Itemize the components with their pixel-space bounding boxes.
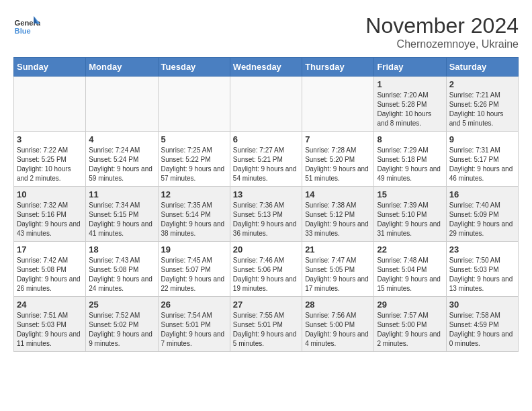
day-info: Sunrise: 7:45 AM Sunset: 5:07 PM Dayligh… xyxy=(161,256,227,293)
svg-text:Blue: Blue xyxy=(15,27,31,35)
calendar-cell: 29Sunrise: 7:57 AM Sunset: 5:00 PM Dayli… xyxy=(374,297,446,352)
day-number: 6 xyxy=(233,134,299,144)
calendar-cell: 1Sunrise: 7:20 AM Sunset: 5:28 PM Daylig… xyxy=(374,77,446,132)
calendar-cell: 4Sunrise: 7:24 AM Sunset: 5:24 PM Daylig… xyxy=(86,132,158,187)
day-info: Sunrise: 7:57 AM Sunset: 5:00 PM Dayligh… xyxy=(377,311,443,349)
day-info: Sunrise: 7:21 AM Sunset: 5:26 PM Dayligh… xyxy=(449,91,515,128)
day-number: 5 xyxy=(161,134,227,144)
month-title: November 2024 xyxy=(365,13,519,38)
day-info: Sunrise: 7:52 AM Sunset: 5:02 PM Dayligh… xyxy=(89,311,154,349)
calendar-cell: 11Sunrise: 7:34 AM Sunset: 5:15 PM Dayli… xyxy=(86,187,158,242)
calendar-cell: 8Sunrise: 7:29 AM Sunset: 5:18 PM Daylig… xyxy=(374,132,446,187)
calendar-cell: 22Sunrise: 7:48 AM Sunset: 5:04 PM Dayli… xyxy=(374,242,446,297)
calendar-cell: 10Sunrise: 7:32 AM Sunset: 5:16 PM Dayli… xyxy=(14,187,86,242)
calendar-cell: 2Sunrise: 7:21 AM Sunset: 5:26 PM Daylig… xyxy=(446,77,518,132)
calendar-cell: 24Sunrise: 7:51 AM Sunset: 5:03 PM Dayli… xyxy=(14,297,86,352)
day-info: Sunrise: 7:34 AM Sunset: 5:15 PM Dayligh… xyxy=(89,201,154,238)
day-number: 19 xyxy=(161,244,227,255)
day-number: 9 xyxy=(449,134,515,144)
calendar-table: SundayMondayTuesdayWednesdayThursdayFrid… xyxy=(13,57,519,352)
calendar-cell xyxy=(158,77,230,132)
calendar-cell: 9Sunrise: 7:31 AM Sunset: 5:17 PM Daylig… xyxy=(446,132,518,187)
day-info: Sunrise: 7:39 AM Sunset: 5:10 PM Dayligh… xyxy=(377,201,443,238)
day-info: Sunrise: 7:46 AM Sunset: 5:06 PM Dayligh… xyxy=(233,256,299,293)
logo: General Blue xyxy=(13,13,43,40)
day-number: 27 xyxy=(233,300,299,310)
location-subtitle: Chernozemnoye, Ukraine xyxy=(365,38,519,50)
day-number: 8 xyxy=(377,134,443,144)
calendar-cell: 7Sunrise: 7:28 AM Sunset: 5:20 PM Daylig… xyxy=(302,132,374,187)
day-info: Sunrise: 7:48 AM Sunset: 5:04 PM Dayligh… xyxy=(377,256,443,293)
day-number: 13 xyxy=(233,189,299,199)
calendar-cell: 27Sunrise: 7:55 AM Sunset: 5:01 PM Dayli… xyxy=(230,297,302,352)
day-number: 24 xyxy=(17,300,83,310)
calendar-cell: 25Sunrise: 7:52 AM Sunset: 5:02 PM Dayli… xyxy=(86,297,158,352)
day-number: 26 xyxy=(161,300,227,310)
calendar-cell: 5Sunrise: 7:25 AM Sunset: 5:22 PM Daylig… xyxy=(158,132,230,187)
day-info: Sunrise: 7:25 AM Sunset: 5:22 PM Dayligh… xyxy=(161,146,227,183)
title-block: November 2024 Chernozemnoye, Ukraine xyxy=(365,13,519,50)
day-of-week-header: Friday xyxy=(374,58,446,77)
day-number: 23 xyxy=(449,244,515,255)
day-info: Sunrise: 7:42 AM Sunset: 5:08 PM Dayligh… xyxy=(17,256,83,293)
day-info: Sunrise: 7:29 AM Sunset: 5:18 PM Dayligh… xyxy=(377,146,443,183)
day-info: Sunrise: 7:40 AM Sunset: 5:09 PM Dayligh… xyxy=(449,201,515,238)
calendar-cell: 13Sunrise: 7:36 AM Sunset: 5:13 PM Dayli… xyxy=(230,187,302,242)
calendar-cell: 26Sunrise: 7:54 AM Sunset: 5:01 PM Dayli… xyxy=(158,297,230,352)
calendar-cell: 14Sunrise: 7:38 AM Sunset: 5:12 PM Dayli… xyxy=(302,187,374,242)
day-info: Sunrise: 7:56 AM Sunset: 5:00 PM Dayligh… xyxy=(305,311,371,349)
day-of-week-header: Saturday xyxy=(446,58,518,77)
calendar-cell: 28Sunrise: 7:56 AM Sunset: 5:00 PM Dayli… xyxy=(302,297,374,352)
day-number: 29 xyxy=(377,300,443,310)
day-of-week-header: Monday xyxy=(86,58,158,77)
day-number: 15 xyxy=(377,189,443,199)
day-info: Sunrise: 7:54 AM Sunset: 5:01 PM Dayligh… xyxy=(161,311,227,349)
day-number: 30 xyxy=(449,300,515,310)
day-of-week-header: Tuesday xyxy=(158,58,230,77)
day-info: Sunrise: 7:22 AM Sunset: 5:25 PM Dayligh… xyxy=(17,146,83,183)
day-info: Sunrise: 7:51 AM Sunset: 5:03 PM Dayligh… xyxy=(17,311,83,349)
calendar-cell: 20Sunrise: 7:46 AM Sunset: 5:06 PM Dayli… xyxy=(230,242,302,297)
day-info: Sunrise: 7:32 AM Sunset: 5:16 PM Dayligh… xyxy=(17,201,83,238)
day-number: 12 xyxy=(161,189,227,199)
calendar-cell xyxy=(86,77,158,132)
day-number: 25 xyxy=(89,300,154,310)
day-info: Sunrise: 7:27 AM Sunset: 5:21 PM Dayligh… xyxy=(233,146,299,183)
calendar-cell: 15Sunrise: 7:39 AM Sunset: 5:10 PM Dayli… xyxy=(374,187,446,242)
day-number: 17 xyxy=(17,244,83,255)
day-info: Sunrise: 7:36 AM Sunset: 5:13 PM Dayligh… xyxy=(233,201,299,238)
day-info: Sunrise: 7:24 AM Sunset: 5:24 PM Dayligh… xyxy=(89,146,154,183)
day-number: 11 xyxy=(89,189,154,199)
day-number: 7 xyxy=(305,134,371,144)
day-number: 3 xyxy=(17,134,83,144)
day-info: Sunrise: 7:38 AM Sunset: 5:12 PM Dayligh… xyxy=(305,201,371,238)
calendar-cell: 17Sunrise: 7:42 AM Sunset: 5:08 PM Dayli… xyxy=(14,242,86,297)
day-info: Sunrise: 7:58 AM Sunset: 4:59 PM Dayligh… xyxy=(449,311,515,349)
day-of-week-header: Wednesday xyxy=(230,58,302,77)
calendar-cell xyxy=(14,77,86,132)
day-of-week-header: Sunday xyxy=(14,58,86,77)
day-number: 20 xyxy=(233,244,299,255)
day-info: Sunrise: 7:28 AM Sunset: 5:20 PM Dayligh… xyxy=(305,146,371,183)
calendar-cell: 18Sunrise: 7:43 AM Sunset: 5:08 PM Dayli… xyxy=(86,242,158,297)
calendar-cell: 23Sunrise: 7:50 AM Sunset: 5:03 PM Dayli… xyxy=(446,242,518,297)
calendar-cell: 30Sunrise: 7:58 AM Sunset: 4:59 PM Dayli… xyxy=(446,297,518,352)
calendar-cell: 12Sunrise: 7:35 AM Sunset: 5:14 PM Dayli… xyxy=(158,187,230,242)
day-number: 18 xyxy=(89,244,154,255)
day-info: Sunrise: 7:47 AM Sunset: 5:05 PM Dayligh… xyxy=(305,256,371,293)
page-header: General Blue November 2024 Chernozemnoye… xyxy=(13,13,519,50)
logo-icon: General Blue xyxy=(13,13,40,40)
calendar-cell: 6Sunrise: 7:27 AM Sunset: 5:21 PM Daylig… xyxy=(230,132,302,187)
day-info: Sunrise: 7:43 AM Sunset: 5:08 PM Dayligh… xyxy=(89,256,154,293)
day-number: 28 xyxy=(305,300,371,310)
day-info: Sunrise: 7:50 AM Sunset: 5:03 PM Dayligh… xyxy=(449,256,515,293)
day-number: 1 xyxy=(377,79,443,89)
day-info: Sunrise: 7:20 AM Sunset: 5:28 PM Dayligh… xyxy=(377,91,443,128)
day-number: 4 xyxy=(89,134,154,144)
day-number: 2 xyxy=(449,79,515,89)
day-number: 22 xyxy=(377,244,443,255)
day-info: Sunrise: 7:55 AM Sunset: 5:01 PM Dayligh… xyxy=(233,311,299,349)
day-info: Sunrise: 7:35 AM Sunset: 5:14 PM Dayligh… xyxy=(161,201,227,238)
day-number: 21 xyxy=(305,244,371,255)
calendar-cell xyxy=(302,77,374,132)
